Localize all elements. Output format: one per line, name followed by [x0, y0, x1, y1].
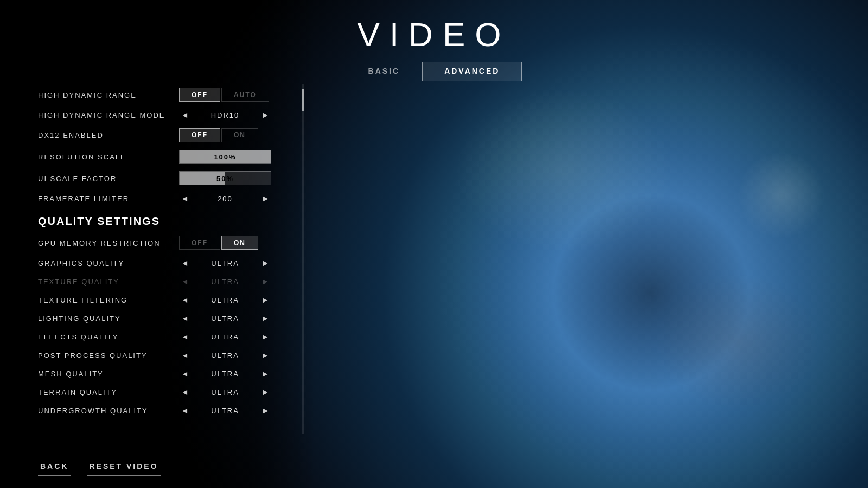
arrow-left-lighting-quality[interactable]: ◄: [179, 313, 191, 324]
value-hdr-mode: HDR10: [195, 111, 255, 119]
setting-lighting-quality: LIGHTING QUALITY ◄ ULTRA ►: [38, 309, 304, 328]
arrow-right-mesh-quality[interactable]: ►: [259, 368, 271, 379]
arrow-right-texture-filtering[interactable]: ►: [259, 294, 271, 305]
arrow-left-texture-quality[interactable]: ◄: [179, 276, 191, 287]
arrow-right-post-process[interactable]: ►: [259, 350, 271, 361]
toggle-hdr-auto[interactable]: AUTO: [221, 88, 269, 102]
value-texture-filtering: ULTRA: [195, 296, 255, 304]
setting-label-effects-quality: EFFECTS QUALITY: [38, 333, 179, 341]
setting-terrain-quality: TERRAIN QUALITY ◄ ULTRA ►: [38, 383, 304, 401]
setting-label-gpu-mem: GPU MEMORY RESTRICTION: [38, 239, 179, 247]
setting-control-framerate: ◄ 200 ►: [179, 193, 304, 204]
value-framerate: 200: [195, 195, 255, 203]
tab-basic[interactable]: BASIC: [346, 62, 423, 81]
scrollbar[interactable]: [302, 84, 304, 434]
setting-control-mesh-quality: ◄ ULTRA ►: [179, 368, 304, 379]
setting-graphics-quality: GRAPHICS QUALITY ◄ ULTRA ►: [38, 254, 304, 272]
slider-ui-scale[interactable]: 50%: [179, 171, 271, 185]
setting-high-dynamic-range: HIGH DYNAMIC RANGE OFF AUTO: [38, 84, 304, 106]
arrow-right-hdr-mode[interactable]: ►: [259, 110, 271, 120]
value-undergrowth-quality: ULTRA: [195, 407, 255, 415]
value-terrain-quality: ULTRA: [195, 388, 255, 396]
slider-resolution-scale[interactable]: 100%: [179, 150, 271, 164]
setting-control-post-process: ◄ ULTRA ►: [179, 350, 304, 361]
toggle-dx12-off[interactable]: OFF: [179, 128, 220, 142]
settings-area: HIGH DYNAMIC RANGE OFF AUTO HIGH DYNAMIC…: [38, 84, 304, 434]
toggle-hdr-off[interactable]: OFF: [179, 88, 220, 102]
setting-label-hdr-mode: HIGH DYNAMIC RANGE MODE: [38, 111, 179, 119]
reset-video-button[interactable]: RESET VIDEO: [87, 458, 160, 476]
setting-dx12: DX12 ENABLED OFF ON: [38, 124, 304, 146]
arrow-right-lighting-quality[interactable]: ►: [259, 313, 271, 324]
setting-texture-filtering: TEXTURE FILTERING ◄ ULTRA ►: [38, 291, 304, 309]
arrow-left-hdr-mode[interactable]: ◄: [179, 110, 191, 120]
arrow-selector-undergrowth-quality: ◄ ULTRA ►: [179, 405, 271, 416]
tab-advanced[interactable]: ADVANCED: [422, 62, 522, 81]
arrow-selector-post-process: ◄ ULTRA ►: [179, 350, 271, 361]
arrow-left-post-process[interactable]: ◄: [179, 350, 191, 361]
setting-texture-quality: TEXTURE QUALITY ◄ ULTRA ►: [38, 272, 304, 291]
scrollbar-thumb[interactable]: [302, 89, 304, 111]
bottom-bar: BACK RESET VIDEO: [0, 445, 868, 488]
slider-value-ui-scale: 50%: [180, 175, 271, 183]
arrow-selector-framerate: ◄ 200 ►: [179, 193, 271, 204]
setting-control-effects-quality: ◄ ULTRA ►: [179, 331, 304, 342]
setting-post-process-quality: POST PROCESS QUALITY ◄ ULTRA ►: [38, 346, 304, 364]
setting-control-lighting-quality: ◄ ULTRA ►: [179, 313, 304, 324]
setting-hdr-mode: HIGH DYNAMIC RANGE MODE ◄ HDR10 ►: [38, 106, 304, 124]
setting-framerate-limiter: FRAMERATE LIMITER ◄ 200 ►: [38, 189, 304, 208]
arrow-selector-texture-filtering: ◄ ULTRA ►: [179, 294, 271, 305]
slider-value-res-scale: 100%: [180, 153, 271, 161]
setting-effects-quality: EFFECTS QUALITY ◄ ULTRA ►: [38, 328, 304, 346]
value-post-process: ULTRA: [195, 351, 255, 359]
setting-resolution-scale: RESOLUTION SCALE 100%: [38, 146, 304, 168]
arrow-left-effects-quality[interactable]: ◄: [179, 331, 191, 342]
toggle-group-dx12: OFF ON: [179, 128, 258, 142]
setting-gpu-memory: GPU MEMORY RESTRICTION OFF ON: [38, 232, 304, 254]
setting-control-undergrowth-quality: ◄ ULTRA ►: [179, 405, 304, 416]
arrow-right-undergrowth-quality[interactable]: ►: [259, 405, 271, 416]
setting-label-mesh-quality: MESH QUALITY: [38, 370, 179, 378]
arrow-selector-mesh-quality: ◄ ULTRA ►: [179, 368, 271, 379]
arrow-right-framerate[interactable]: ►: [259, 193, 271, 204]
setting-label-dx12: DX12 ENABLED: [38, 131, 179, 139]
arrow-selector-terrain-quality: ◄ ULTRA ►: [179, 387, 271, 397]
toggle-gpu-mem-on[interactable]: ON: [221, 236, 258, 250]
arrow-left-framerate[interactable]: ◄: [179, 193, 191, 204]
setting-label-framerate: FRAMERATE LIMITER: [38, 195, 179, 203]
back-button[interactable]: BACK: [38, 458, 71, 476]
arrow-left-texture-filtering[interactable]: ◄: [179, 294, 191, 305]
setting-label-terrain-quality: TERRAIN QUALITY: [38, 388, 179, 396]
arrow-left-terrain-quality[interactable]: ◄: [179, 387, 191, 397]
setting-label-texture-filtering: TEXTURE FILTERING: [38, 296, 179, 304]
setting-control-gpu-mem: OFF ON: [179, 236, 304, 250]
section-header-quality: QUALITY SETTINGS: [38, 208, 304, 232]
toggle-gpu-mem-off[interactable]: OFF: [179, 236, 220, 250]
setting-mesh-quality: MESH QUALITY ◄ ULTRA ►: [38, 364, 304, 383]
setting-label-lighting-quality: LIGHTING QUALITY: [38, 314, 179, 323]
toggle-group-gpu-mem: OFF ON: [179, 236, 258, 250]
setting-control-terrain-quality: ◄ ULTRA ►: [179, 387, 304, 397]
arrow-left-undergrowth-quality[interactable]: ◄: [179, 405, 191, 416]
setting-control-hdr: OFF AUTO: [179, 88, 304, 102]
setting-ui-scale: UI SCALE FACTOR 50%: [38, 168, 304, 189]
arrow-left-graphics-quality[interactable]: ◄: [179, 258, 191, 268]
setting-control-texture-filtering: ◄ ULTRA ►: [179, 294, 304, 305]
value-mesh-quality: ULTRA: [195, 370, 255, 378]
setting-label-texture-quality: TEXTURE QUALITY: [38, 278, 179, 286]
arrow-right-texture-quality[interactable]: ►: [259, 276, 271, 287]
arrow-left-mesh-quality[interactable]: ◄: [179, 368, 191, 379]
arrow-selector-effects-quality: ◄ ULTRA ►: [179, 331, 271, 342]
main-content: VIDEO BASIC ADVANCED HIGH DYNAMIC RANGE …: [0, 0, 868, 488]
arrow-right-terrain-quality[interactable]: ►: [259, 387, 271, 397]
value-texture-quality: ULTRA: [195, 278, 255, 286]
arrow-right-effects-quality[interactable]: ►: [259, 331, 271, 342]
setting-label-ui-scale: UI SCALE FACTOR: [38, 175, 179, 183]
setting-label-undergrowth-quality: UNDERGROWTH QUALITY: [38, 407, 179, 415]
toggle-dx12-on[interactable]: ON: [221, 128, 258, 142]
arrow-right-graphics-quality[interactable]: ►: [259, 258, 271, 268]
setting-control-hdr-mode: ◄ HDR10 ►: [179, 110, 304, 120]
arrow-selector-graphics-quality: ◄ ULTRA ►: [179, 258, 271, 268]
value-effects-quality: ULTRA: [195, 333, 255, 341]
value-lighting-quality: ULTRA: [195, 314, 255, 323]
